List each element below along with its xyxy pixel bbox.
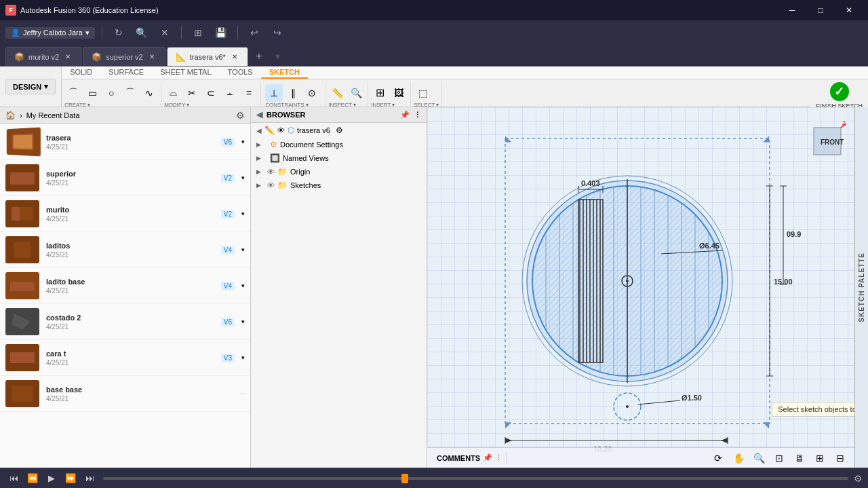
sheet-metal-tab[interactable]: SHEET METAL xyxy=(152,67,219,79)
orientation-cube[interactable]: FRONT Z xyxy=(807,121,848,162)
tab-murito-icon: 📦 xyxy=(14,52,24,62)
maximize-button[interactable]: □ xyxy=(807,0,834,20)
rect-tool-button[interactable]: ▭ xyxy=(83,84,101,102)
spline-tool-button[interactable]: ∿ xyxy=(140,84,158,102)
item-version[interactable]: V3 xyxy=(221,354,235,362)
sketches-icon: 📁 xyxy=(277,181,288,190)
offset-tool-button[interactable]: ⊂ xyxy=(202,84,220,102)
viewport[interactable]: ◀ BROWSER 📌 ⋮ ◀ ✏️ 👁 ⬡ trasera v6 ⚙ ▶ ⚙ … xyxy=(251,107,868,468)
solid-tab[interactable]: SOLID xyxy=(62,67,100,79)
item-name: superior xyxy=(46,170,214,178)
trim-tool-button[interactable]: ✂ xyxy=(183,84,201,102)
view-zoom-extent-button[interactable]: ⊡ xyxy=(770,449,788,467)
timeline-play-button[interactable]: ▶ xyxy=(43,470,60,487)
mirror-tool-button[interactable]: ⫠ xyxy=(221,84,239,102)
view-display-button[interactable]: 🖥 xyxy=(791,449,808,467)
root-arrow-icon: ◀ xyxy=(256,127,262,134)
browser-item-sketches[interactable]: ▶ 👁 📁 Sketches xyxy=(251,179,427,192)
list-item[interactable]: laditos 4/25/21 V4 ▾ xyxy=(0,232,250,268)
tab-trasera-close[interactable]: ✕ xyxy=(230,52,239,62)
list-item[interactable]: superior 4/25/21 V2 ▾ xyxy=(0,160,250,196)
root-gear-icon[interactable]: ⚙ xyxy=(336,126,343,135)
browser-more-button[interactable]: ⋮ xyxy=(414,111,421,119)
browser-pin-button[interactable]: 📌 xyxy=(400,111,410,119)
timeline-start-button[interactable]: ⏮ xyxy=(5,470,22,487)
browser-root-item[interactable]: ◀ ✏️ 👁 ⬡ trasera v6 ⚙ xyxy=(251,123,427,138)
tab-murito[interactable]: 📦 murito v2 ✕ xyxy=(5,47,81,66)
sketch-tab[interactable]: SKETCH xyxy=(261,67,308,79)
view-pan-button[interactable]: ✋ xyxy=(730,449,747,467)
item-version[interactable]: V2 xyxy=(221,174,235,183)
browser-collapse-button[interactable]: ◀ xyxy=(256,110,262,119)
list-item[interactable]: base base 4/25/21 xyxy=(0,376,250,412)
grid-icon[interactable]: ⊞ xyxy=(189,23,208,42)
list-item[interactable]: costado 2 4/25/21 V6 ▾ xyxy=(0,304,250,340)
timeline-settings-icon[interactable]: ⚙ xyxy=(854,473,863,484)
item-info: trasera 4/25/21 xyxy=(46,134,214,151)
view-grid-button[interactable]: ⊞ xyxy=(811,449,829,467)
origin-icon: 📁 xyxy=(277,167,288,176)
timeline-prev-button[interactable]: ⏪ xyxy=(24,470,41,487)
item-version[interactable]: V2 xyxy=(221,210,235,219)
fillet-tool-button[interactable]: ⌓ xyxy=(164,84,182,102)
list-item[interactable]: murito 4/25/21 V2 ▾ xyxy=(0,196,250,232)
view-zoom-button[interactable]: 🔍 xyxy=(750,449,768,467)
tab-trasera[interactable]: 📐 trasera v6* ✕ xyxy=(167,47,248,66)
item-name: murito xyxy=(46,206,214,214)
nav-separator-1 xyxy=(102,26,102,39)
tab-murito-close[interactable]: ✕ xyxy=(63,52,73,62)
refresh-button[interactable]: ↻ xyxy=(109,23,128,42)
comments-pin-icon[interactable]: 📌 xyxy=(483,453,492,462)
titlebar: F Autodesk Fusion 360 (Education License… xyxy=(0,0,868,20)
insert1-button[interactable]: ⊞ xyxy=(371,84,389,102)
close-button[interactable]: ✕ xyxy=(835,0,863,20)
item-version[interactable] xyxy=(239,393,245,394)
item-version[interactable]: V6 xyxy=(221,318,235,326)
tools-tab[interactable]: TOOLS xyxy=(220,67,261,79)
tab-superior[interactable]: 📦 superior v2 ✕ xyxy=(83,47,165,66)
item-version[interactable]: V4 xyxy=(221,246,235,255)
select-button[interactable]: ⬚ xyxy=(414,84,431,102)
constraint3-button[interactable]: ⊙ xyxy=(303,84,321,102)
browser-item-doc-settings[interactable]: ▶ ⚙ Document Settings xyxy=(251,138,427,151)
list-item[interactable]: trasera 4/25/21 V6 ▾ xyxy=(0,124,250,160)
item-version[interactable]: V6 xyxy=(221,138,235,147)
eye-icon: 👁 xyxy=(277,126,285,134)
insert2-button[interactable]: 🖼 xyxy=(390,84,408,102)
redo-button[interactable]: ↪ xyxy=(268,23,287,42)
search-button[interactable]: 🔍 xyxy=(132,23,151,42)
sketch-palette: SKETCH PALETTE xyxy=(854,107,868,468)
tab-overflow-button[interactable]: ▾ xyxy=(269,47,288,66)
arc-tool-button[interactable]: ⌒ xyxy=(121,84,139,102)
browser-item-named-views[interactable]: ▶ 🔲 Named Views xyxy=(251,151,427,165)
equal-tool-button[interactable]: = xyxy=(240,84,258,102)
browser-item-origin[interactable]: ▶ 👁 📁 Origin xyxy=(251,165,427,179)
line-tool-button[interactable]: ⌒ xyxy=(64,84,82,102)
sidebar-gear-icon[interactable]: ⚙ xyxy=(236,110,245,121)
comments-more-icon[interactable]: ⋮ xyxy=(495,453,502,462)
circle-tool-button[interactable]: ○ xyxy=(102,84,120,102)
constraint1-button[interactable]: ⊥ xyxy=(265,84,283,102)
timeline-track[interactable] xyxy=(103,477,848,480)
item-version[interactable]: V4 xyxy=(221,282,235,290)
timeline-end-button[interactable]: ⏭ xyxy=(81,470,98,487)
tab-superior-close[interactable]: ✕ xyxy=(147,52,157,62)
constraint2-button[interactable]: ∥ xyxy=(284,84,302,102)
minimize-button[interactable]: ─ xyxy=(778,0,806,20)
inspect1-button[interactable]: 📏 xyxy=(328,84,346,102)
list-item[interactable]: cara t 4/25/21 V3 ▾ xyxy=(0,340,250,376)
add-tab-button[interactable]: + xyxy=(250,47,269,66)
undo-button[interactable]: ↩ xyxy=(245,23,264,42)
surface-tab[interactable]: SURFACE xyxy=(100,67,152,79)
close-nav-button[interactable]: ✕ xyxy=(155,23,174,42)
timeline-next-button[interactable]: ⏩ xyxy=(62,470,79,487)
svg-text:◣: ◣ xyxy=(505,134,512,143)
svg-text:◢: ◢ xyxy=(763,134,770,143)
inspect2-button[interactable]: 🔍 xyxy=(347,84,365,102)
view-orbit-button[interactable]: ⟳ xyxy=(709,449,727,467)
list-item[interactable]: ladito base 4/25/21 V4 ▾ xyxy=(0,268,250,304)
user-menu[interactable]: 👤 Jeffry Calixto Jara ▾ xyxy=(5,27,95,39)
save-icon[interactable]: 💾 xyxy=(212,23,231,42)
design-button[interactable]: DESIGN ▾ xyxy=(5,79,56,94)
view-snapping-button[interactable]: ⊟ xyxy=(831,449,849,467)
